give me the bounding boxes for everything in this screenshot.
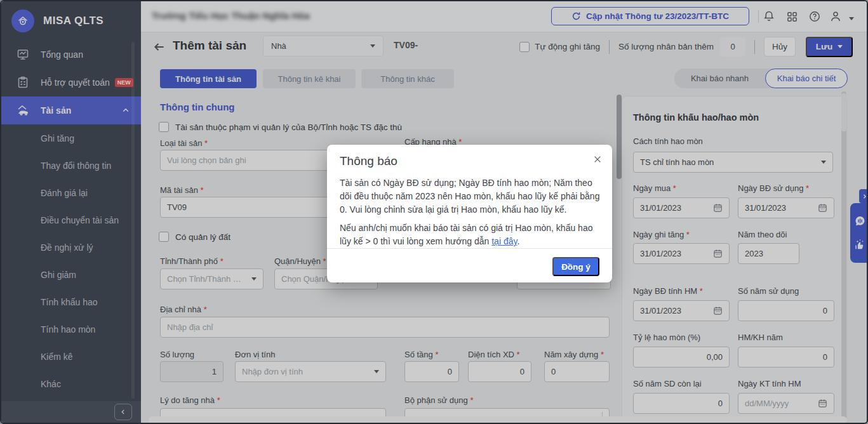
- dialog-paragraph-1: Tài sản có Ngày BĐ sử dụng; Ngày BĐ tính…: [340, 176, 600, 216]
- help-link[interactable]: tại đây: [491, 236, 517, 246]
- dialog-text: .: [517, 236, 519, 246]
- app-window: MISA QLTS Tổng quan Hỗ trợ quyết toán NE…: [0, 0, 868, 424]
- dialog-text: Nếu anh/chị muốn khai báo tài sản có giá…: [340, 223, 592, 246]
- dialog-paragraph-2: Nếu anh/chị muốn khai báo tài sản có giá…: [340, 222, 600, 248]
- dialog-footer: Đồng ý: [327, 248, 612, 283]
- dialog-body: Tài sản có Ngày BĐ sử dụng; Ngày BĐ tính…: [340, 176, 600, 253]
- close-icon[interactable]: [593, 155, 602, 166]
- agree-button[interactable]: Đồng ý: [552, 257, 599, 276]
- notification-dialog: Thông báo Tài sản có Ngày BĐ sử dụng; Ng…: [327, 145, 612, 282]
- dialog-title: Thông báo: [340, 154, 397, 168]
